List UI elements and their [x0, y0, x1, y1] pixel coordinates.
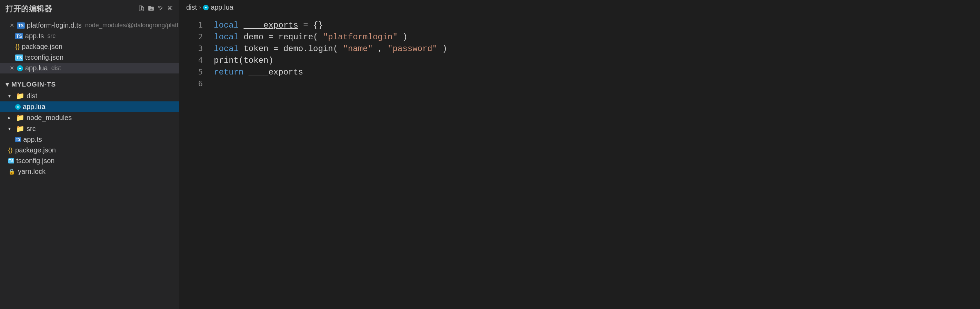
lua-file-icon: ●	[17, 65, 23, 72]
collapse-all-icon[interactable]	[167, 5, 173, 13]
project-chevron: ▾	[6, 80, 9, 88]
tree-label-node-modules: node_modules	[27, 114, 72, 122]
line-content-5: return ____exports	[214, 68, 303, 77]
sidebar-content: ✕ TS platform-login.d.ts node_modules/@d…	[0, 18, 179, 309]
code-str-name: "name"	[343, 44, 372, 53]
open-editors-section: ✕ TS platform-login.d.ts node_modules/@d…	[0, 18, 179, 75]
new-file-icon[interactable]	[138, 5, 145, 13]
code-line-4: 4 print(token)	[179, 56, 980, 68]
code-text-1: ____exports = {}	[243, 21, 323, 30]
open-editor-package-json[interactable]: {} package.json	[0, 41, 179, 52]
line-number-5: 5	[186, 68, 203, 76]
sidebar-header-actions	[138, 5, 173, 13]
line-content-6	[214, 79, 219, 89]
tree-label-app-lua: app.lua	[23, 103, 46, 111]
tree-item-node-modules[interactable]: ▸ 📁 node_modules	[0, 112, 179, 123]
code-text-2a: demo = require(	[243, 32, 318, 42]
tree-label-yarn-lock: yarn.lock	[18, 167, 46, 175]
editor-main: dist › ● app.lua 1 local ____exports = {…	[179, 0, 980, 309]
ts-icon-tree: TS	[15, 137, 21, 142]
tree-item-src[interactable]: ▾ 📁 src	[0, 123, 179, 134]
kw-local-1: local	[214, 21, 239, 30]
kw-return: return	[214, 68, 243, 77]
tree-label-package-json: package.json	[15, 146, 56, 154]
tree-item-yarn-lock[interactable]: 🔒 yarn.lock	[0, 166, 179, 177]
kw-local-3: local	[214, 44, 239, 53]
close-icon-lua[interactable]: ✕	[10, 65, 14, 72]
breadcrumb-file: app.lua	[211, 3, 234, 11]
open-editor-tsconfig-json[interactable]: TS tsconfig.json	[0, 52, 179, 63]
breadcrumb-folder: dist	[186, 3, 197, 11]
tree-item-app-ts[interactable]: TS app.ts	[0, 134, 179, 145]
code-line-2: 2 local demo = require( "platformlogin" …	[179, 32, 980, 44]
file-name-package-json: package.json	[22, 43, 62, 51]
explorer-section: ▾ MYLOGIN-TS ▾ 📁 dist ● app.lua ▸ 📁 node…	[0, 78, 179, 177]
line-number-4: 4	[186, 56, 203, 64]
chevron-right-icon-node-modules: ▸	[8, 115, 14, 120]
file-name-tsconfig-json: tsconfig.json	[25, 53, 64, 61]
file-name-app-ts: app.ts	[25, 32, 44, 40]
tsconfig-icon-tree: TS	[8, 158, 14, 164]
kw-local-2: local	[214, 32, 239, 42]
line-content-4: print(token)	[214, 56, 274, 65]
code-line-3: 3 local token = demo.login( "name" , "pa…	[179, 44, 980, 56]
line-number-1: 1	[186, 21, 203, 29]
editor-code[interactable]: 1 local ____exports = {} 2 local demo = …	[179, 15, 980, 309]
sidebar: 打开的编辑器 ✕ TS platform-login.d.ts	[0, 0, 179, 309]
line-content-2: local demo = require( "platformlogin" )	[214, 32, 407, 42]
chevron-down-icon-dist: ▾	[8, 93, 14, 99]
json-icon-tree: {}	[8, 147, 13, 154]
tree-item-app-lua[interactable]: ● app.lua	[0, 101, 179, 112]
folder-icon-dist: 📁	[16, 92, 24, 100]
line-content-1: local ____exports = {}	[214, 21, 323, 30]
tree-label-app-ts: app.ts	[23, 135, 42, 143]
json-file-icon: {}	[15, 43, 20, 51]
editor-breadcrumb: dist › ● app.lua	[179, 0, 980, 15]
code-str-password: "password"	[388, 44, 437, 53]
tree-label-dist: dist	[27, 92, 37, 100]
code-text-3b: ,	[378, 44, 388, 53]
open-editor-app-ts[interactable]: TS app.ts src	[0, 31, 179, 41]
code-str-platformlogin: "platformlogin"	[323, 32, 398, 42]
tsconfig-file-icon: TS	[15, 54, 23, 61]
ts-file-icon-2: TS	[15, 33, 23, 39]
line-number-3: 3	[186, 44, 203, 53]
refresh-icon[interactable]	[158, 5, 164, 13]
code-text-3c: )	[442, 44, 447, 53]
tree-item-dist[interactable]: ▾ 📁 dist	[0, 90, 179, 101]
code-text-4: print(token)	[214, 56, 274, 65]
project-name: ▾ MYLOGIN-TS	[0, 78, 179, 90]
file-path-app-ts: src	[47, 32, 56, 40]
code-line-1: 1 local ____exports = {}	[179, 21, 980, 32]
folder-icon-node-modules: 📁	[16, 113, 24, 122]
ts-file-icon: TS	[17, 22, 25, 29]
sidebar-header-title: 打开的编辑器	[6, 4, 52, 14]
lua-icon-tree: ●	[15, 104, 21, 110]
new-folder-icon[interactable]	[148, 5, 154, 13]
code-text-3a: token = demo.login(	[243, 44, 338, 53]
folder-icon-src: 📁	[16, 124, 24, 133]
line-number-6: 6	[186, 79, 203, 88]
sidebar-header: 打开的编辑器	[0, 0, 179, 18]
lock-icon: 🔒	[8, 168, 15, 175]
file-name-platform-login: platform-login.d.ts	[27, 21, 82, 29]
code-line-6: 6	[179, 79, 980, 91]
code-line-5: 5 return ____exports	[179, 68, 980, 79]
tree-item-package-json[interactable]: {} package.json	[0, 145, 179, 156]
file-path-app-lua: dist	[51, 64, 61, 72]
line-content-3: local token = demo.login( "name" , "pass…	[214, 44, 447, 53]
tree-item-tsconfig-json[interactable]: TS tsconfig.json	[0, 156, 179, 166]
open-editor-platform-login[interactable]: ✕ TS platform-login.d.ts node_modules/@d…	[0, 20, 179, 31]
open-editor-app-lua[interactable]: ✕ ● app.lua dist	[0, 63, 179, 73]
breadcrumb-separator: ›	[199, 4, 201, 11]
breadcrumb-lua-icon: ●	[203, 5, 208, 10]
tree-label-src: src	[27, 125, 36, 133]
close-icon[interactable]: ✕	[10, 22, 14, 29]
file-path-platform-login: node_modules/@dalongrong/platf...	[85, 22, 179, 29]
chevron-down-icon-src: ▾	[8, 126, 14, 131]
tree-label-tsconfig-json: tsconfig.json	[16, 157, 54, 165]
code-text-2b: )	[402, 32, 407, 42]
code-text-5: ____exports	[249, 68, 303, 77]
line-number-2: 2	[186, 32, 203, 41]
file-name-app-lua: app.lua	[25, 64, 48, 72]
